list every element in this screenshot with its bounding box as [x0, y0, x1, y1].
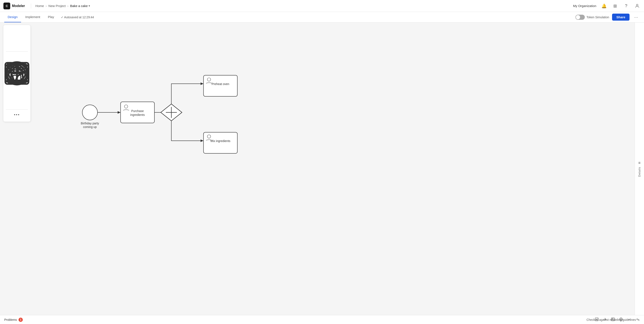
start-event-label: Birthday party: [81, 122, 99, 125]
nav-right: My Organization 🔔 ⊞ ?: [573, 2, 640, 9]
more-options-button[interactable]: ⋯: [632, 14, 640, 20]
zoom-in-button[interactable]: +: [634, 316, 640, 323]
svg-rect-24: [612, 318, 614, 321]
top-nav: C Modeler Home › New Project › Bake a ca…: [0, 0, 644, 12]
problems-section[interactable]: Problems 1: [4, 318, 23, 322]
tab-bar: Design Implement Play ✓ Autosaved at 12:…: [0, 12, 644, 22]
profile-button[interactable]: [634, 2, 640, 9]
arrowhead-start-purchase: [118, 111, 120, 114]
app-logo: C Modeler: [4, 2, 25, 9]
svg-text:coming up: coming up: [83, 125, 97, 129]
details-label: Details: [638, 167, 641, 177]
toolbox: •••: [4, 25, 31, 122]
tab-right-controls: Token Simulation Share ⋯: [576, 14, 640, 21]
arrow-gateway-mix: [172, 121, 200, 141]
tab-design[interactable]: Design: [4, 12, 21, 22]
expand-button[interactable]: [602, 316, 608, 323]
details-menu-icon: ≡: [638, 161, 640, 165]
breadcrumb: Home › New Project › Bake a cake ▾: [35, 4, 90, 8]
problems-label: Problems: [4, 318, 17, 322]
task-preheat[interactable]: [204, 75, 238, 96]
zoom-controls: − +: [593, 316, 640, 323]
task-mix[interactable]: [204, 132, 238, 153]
breadcrumb-sep2: ›: [67, 4, 68, 8]
status-bar: Problems 1 Checked against modeling guid…: [0, 315, 644, 324]
breadcrumb-current[interactable]: Bake a cake ▾: [70, 4, 90, 8]
share-button[interactable]: Share: [612, 14, 630, 21]
token-simulation-label: Token Simulation: [586, 15, 609, 19]
breadcrumb-home[interactable]: Home: [35, 4, 44, 8]
start-event[interactable]: [82, 105, 98, 120]
tab-implement[interactable]: Implement: [22, 12, 44, 22]
zoom-out-button[interactable]: −: [626, 316, 632, 323]
arrowhead-gateway-preheat: [200, 82, 204, 85]
logo-box: C: [4, 2, 10, 9]
dropdown-chevron-icon: ▾: [88, 4, 90, 7]
tool-row-7: [6, 98, 28, 107]
svg-text:ingredients: ingredients: [130, 113, 145, 117]
org-name[interactable]: My Organization: [573, 4, 596, 8]
svg-rect-15: [5, 63, 28, 84]
svg-rect-25: [612, 319, 613, 320]
fit-view-button[interactable]: [593, 316, 600, 323]
svg-text:Preheat oven: Preheat oven: [212, 82, 229, 86]
token-simulation-toggle[interactable]: [576, 15, 585, 20]
arrow-gateway-preheat: [172, 84, 200, 104]
svg-text:Mix ingredients: Mix ingredients: [210, 139, 230, 143]
canvas[interactable]: ••• Birthday party coming up Purchase in…: [0, 22, 635, 315]
notifications-button[interactable]: 🔔: [600, 2, 607, 9]
svg-text:Purchase: Purchase: [131, 109, 144, 113]
breadcrumb-sep1: ›: [46, 4, 47, 8]
arrowhead-gateway-mix: [200, 140, 204, 142]
details-panel[interactable]: ≡ Details: [635, 22, 644, 315]
grid-button[interactable]: ⊞: [612, 2, 618, 9]
diagram-canvas[interactable]: Birthday party coming up Purchase ingred…: [0, 22, 635, 315]
problems-badge: 1: [18, 318, 23, 322]
breadcrumb-project[interactable]: New Project: [48, 4, 66, 8]
app-name: Modeler: [12, 4, 25, 8]
help-button[interactable]: ?: [623, 2, 630, 9]
minimap-button[interactable]: [610, 316, 616, 323]
group-button[interactable]: [18, 98, 27, 107]
tab-play[interactable]: Play: [44, 12, 58, 22]
navigate-button[interactable]: [618, 316, 624, 323]
svg-point-0: [636, 4, 638, 6]
token-simulation-control: Token Simulation: [576, 15, 609, 20]
autosaved-status: ✓ Autosaved at 12:29:44: [61, 15, 94, 19]
